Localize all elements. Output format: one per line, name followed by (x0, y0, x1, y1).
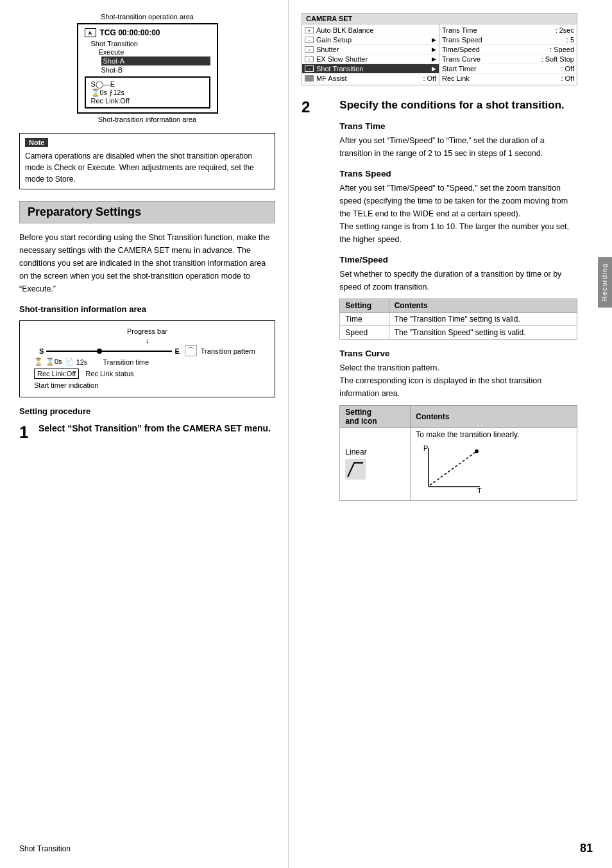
note-text: Camera operations are disabled when the … (25, 150, 269, 185)
progress-bar-label: Progress bar (26, 327, 268, 335)
td-linear-chart: To make the transition linearly. P (411, 428, 577, 501)
step2-content: Specify the conditions for a shot transi… (339, 98, 577, 506)
cs-icon-auto-blk: ▪ (305, 27, 314, 33)
camera-set-right: Trans Time : 2sec Trans Speed : 5 Time/S… (439, 24, 577, 85)
tcg-icon: A (85, 28, 96, 37)
trans-speed-text2: The setting range is from 1 to 10. The l… (339, 220, 577, 246)
trans-curve-table: Settingand icon Contents Linear (339, 405, 577, 501)
left-column: Shot-transition operation area A TCG 00:… (0, 0, 289, 868)
cs-icon-mf-assist (305, 75, 314, 82)
step2-number: 2 (302, 98, 310, 116)
rec-link-row: Rec Link:Off Rec Link status (26, 367, 268, 380)
cs-row-trans-time: Trans Time : 2sec (439, 26, 577, 35)
table-row-time: Time The "Transition Time" setting is va… (340, 313, 577, 326)
step1-number: 1 (19, 422, 38, 442)
svg-line-5 (430, 451, 477, 485)
transition-time-label: Transition time (103, 358, 149, 366)
td-speed: Speed (340, 326, 389, 340)
linear-icon (345, 459, 366, 480)
trans-curve-text2: The corresponding icon is displayed in t… (339, 374, 577, 400)
cs-row-shot-transition: ▫ Shot Transition ▶ (302, 64, 439, 74)
menu-item-execute: Execute (99, 48, 210, 56)
camera-set-menu: CAMERA SET ▪ Auto BLK Balance ▫ Gain Set… (302, 13, 577, 85)
cs-label-rec-link: Rec Link (442, 74, 561, 82)
cs-row-time-speed: Time/Speed : Speed (439, 45, 577, 55)
cs-arrow-shot-transition: ▶ (432, 65, 436, 72)
linear-contents-label: To make the transition linearly. (416, 430, 572, 439)
cs-row-rec-link: Rec Link : Off (439, 74, 577, 83)
page-footer: Shot Transition 81 (0, 842, 612, 855)
cs-label-start-timer: Start Timer (442, 65, 561, 73)
info-line3: Rec Link:Off (91, 97, 204, 105)
operation-area-label: Shot-transition operation area (19, 13, 275, 21)
cs-row-start-timer: Start Timer : Off (439, 64, 577, 74)
svg-point-6 (475, 449, 479, 453)
cs-value-rec-link: : Off (561, 74, 574, 82)
time-left: ⌛0s (46, 358, 62, 366)
cs-value-mf-assist: : Off (423, 74, 436, 82)
cs-label-auto-blk: Auto BLK Balance (316, 26, 436, 34)
trans-time-text: After you set “Time/Speed” to “Time,” se… (339, 134, 577, 160)
th-contents: Contents (389, 299, 577, 313)
recording-tab: Recording (598, 257, 612, 308)
step1-title: Select “Shot Transition” from the CAMERA… (38, 422, 275, 435)
td-time: Time (340, 313, 389, 326)
right-column: CAMERA SET ▪ Auto BLK Balance ▫ Gain Set… (289, 0, 597, 868)
cs-icon-shutter: ▫ (305, 46, 314, 53)
shot-transition-info-diagram: Progress bar ↓ S E ⌒ Transition pattern … (19, 320, 275, 397)
table-row-linear: Linear To make the transition linearly. (340, 428, 577, 501)
cs-arrow-shutter: ▶ (432, 46, 436, 53)
note-title: Note (25, 138, 48, 147)
cs-row-auto-blk: ▪ Auto BLK Balance (302, 26, 439, 35)
tcg-value: TCG 00:00:00:00 (100, 28, 160, 37)
info-area-box: S◯—E ⌛0s ⨍12s Rec Link:Off (85, 76, 210, 108)
cs-label-trans-speed: Trans Speed (442, 36, 566, 44)
trans-curve-title: Trans Curve (339, 349, 577, 358)
time-right: 12s (76, 358, 88, 366)
progress-dot (97, 349, 102, 354)
cs-label-mf-assist: MF Assist (316, 74, 423, 82)
cs-arrow-gain: ▶ (432, 37, 436, 43)
cs-value-start-timer: : Off (561, 65, 574, 73)
cs-row-trans-curve: Trans Curve : Soft Stop (439, 55, 577, 64)
page-icon: 📄 (65, 358, 74, 366)
camera-set-body: ▪ Auto BLK Balance ▫ Gain Setup ▶ ▫ Shut… (302, 24, 577, 85)
progress-track (46, 351, 172, 352)
cs-value-trans-speed: : 5 (566, 36, 574, 44)
linear-chart: P T (416, 442, 486, 496)
menu-item-shot-a: Shot-A (101, 56, 210, 65)
cs-label-shot-transition: Shot Transition (316, 65, 430, 73)
trans-speed-text: After you set "Time/Speed" to "Speed," s… (339, 182, 577, 220)
cs-arrow-ex-slow: ▶ (432, 56, 436, 62)
info-line1: S◯—E (91, 80, 204, 89)
camera-display: A TCG 00:00:00:00 Shot Transition Execut… (77, 23, 218, 114)
cs-label-ex-slow: EX Slow Shutter (316, 55, 430, 63)
e-label: E (174, 347, 179, 355)
section-header: Preparatory Settings (19, 201, 275, 223)
rec-link-label: Rec Link status (85, 370, 133, 378)
page-number: 81 (580, 842, 593, 855)
menu-item-shot-b: Shot-B (101, 66, 210, 74)
rec-link-status: Rec Link:Off (34, 369, 79, 379)
cs-row-mf-assist: MF Assist : Off (302, 74, 439, 83)
info-line2: ⌛0s ⨍12s (91, 89, 204, 97)
cs-row-shutter: ▫ Shutter ▶ (302, 45, 439, 55)
th-contents2: Contents (411, 406, 577, 428)
cs-value-time-speed: : Speed (550, 46, 574, 53)
time-row: ⏳ ⌛0s 📄 12s Transition time (26, 356, 268, 367)
td-linear: Linear (340, 428, 411, 501)
trans-curve-text1: Select the transition pattern. (339, 361, 577, 374)
svg-text:T: T (477, 487, 482, 494)
time-speed-title: Time/Speed (339, 255, 577, 265)
step1-block: 1 Select “Shot Transition” from the CAME… (19, 422, 275, 442)
preparatory-settings-intro: Before you start recording using the Sho… (19, 231, 275, 295)
cs-label-trans-time: Trans Time (442, 26, 556, 34)
transition-pattern-icon: ⌒ (185, 345, 197, 356)
info-area-label: Shot-transition information area (19, 116, 275, 123)
cs-icon-gain: ▫ (305, 37, 314, 43)
time-speed-table: Setting Contents Time The "Transition Ti… (339, 299, 577, 340)
operation-area-diagram: Shot-transition operation area A TCG 00:… (19, 13, 275, 123)
note-box: Note Camera operations are disabled when… (19, 133, 275, 189)
menu-item-shot-transition: Shot Transition (91, 40, 210, 48)
svg-text:P: P (423, 444, 428, 452)
